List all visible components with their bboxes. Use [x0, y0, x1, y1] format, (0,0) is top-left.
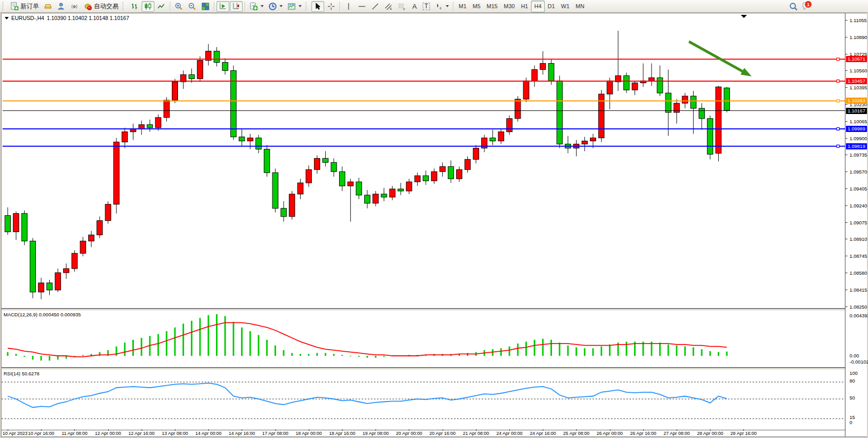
main-toolbar: 新订单 自动交易 [0, 0, 868, 13]
price-tick-label: 1.08910 [850, 236, 867, 242]
macd-axis-label: -0.001021 [850, 359, 868, 365]
signals-button[interactable] [68, 1, 81, 12]
timeframe-button-h1[interactable]: H1 [518, 1, 531, 12]
gold-bar-icon [44, 2, 52, 11]
price-tick-mark [845, 222, 847, 223]
chart-shift-button[interactable] [230, 1, 243, 12]
timeframe-button-h4[interactable]: H4 [531, 1, 544, 12]
rsi-chart[interactable] [2, 370, 845, 429]
date-tick-label: 10 Apr 2023 [3, 431, 28, 436]
price-tick-mark [845, 155, 847, 155]
macd-axis-label: 0.00 [850, 353, 859, 358]
zoom-out-button[interactable] [186, 1, 199, 12]
timeframe-button-m15[interactable]: M15 [484, 1, 501, 12]
toolbar-grip[interactable] [306, 2, 309, 11]
candlestick-chart-button[interactable] [142, 1, 154, 12]
level-price-badge: 1.09819 [846, 143, 867, 149]
text-button[interactable]: A [409, 1, 420, 12]
timeframe-button-d1[interactable]: D1 [545, 1, 558, 12]
timeframe-button-mn[interactable]: MN [573, 1, 587, 12]
notification-badge[interactable]: 1 [804, 1, 812, 8]
date-axis[interactable]: 10 Apr 202310 Apr 16:0011 Apr 08:0012 Ap… [2, 430, 866, 436]
auto-scroll-button[interactable] [216, 1, 229, 12]
templates-button[interactable] [285, 1, 304, 12]
price-tick-mark [845, 37, 847, 37]
crosshair-icon [327, 2, 336, 11]
date-tick-label: 18 Apr 16:00 [329, 431, 355, 436]
price-tick-label: 1.11055 [850, 17, 867, 23]
candlestick-chart[interactable] [2, 13, 845, 308]
rsi-indicator-pane[interactable]: RSI(14) 50.6278 [2, 370, 845, 430]
zoom-in-icon [174, 2, 183, 11]
toolbar-grip[interactable] [123, 2, 126, 11]
zoom-in-button[interactable] [172, 1, 185, 12]
macd-chart[interactable] [2, 311, 845, 367]
arrows-shapes-icon [435, 2, 443, 11]
date-tick-label: 20 Apr 00:00 [396, 431, 422, 436]
auto-trading-button[interactable]: 自动交易 [82, 1, 121, 12]
timeframe-button-w1[interactable]: W1 [558, 1, 573, 12]
price-tick-label: 1.09900 [850, 136, 867, 141]
dropdown-caret [299, 5, 302, 7]
line-chart-button[interactable] [155, 1, 168, 12]
timeframe-toolbar: M1M5M15M30H1H4D1W1MN [456, 1, 587, 12]
date-tick-label: 14 Apr 16:00 [229, 431, 255, 436]
price-axis[interactable]: 1.110551.108901.107251.105601.103951.102… [845, 13, 867, 436]
market-watch-button[interactable] [55, 1, 68, 12]
bar-chart-button[interactable] [128, 1, 141, 12]
toolbar-separator [453, 2, 453, 11]
auto-trading-label: 自动交易 [94, 2, 119, 11]
collapse-triangle-icon[interactable] [5, 17, 9, 20]
equidistant-channel-button[interactable]: E [382, 1, 395, 12]
price-tick-mark [845, 20, 847, 21]
date-tick-label: 25 Apr 08:00 [563, 431, 589, 436]
price-tick-label: 1.09570 [850, 169, 867, 175]
trendline-button[interactable] [369, 1, 382, 12]
tile-windows-button[interactable] [199, 1, 212, 12]
macd-indicator-pane[interactable]: MACD(12,26,9) 0.000450 0.000935 [2, 311, 845, 368]
price-tick-mark [845, 172, 847, 172]
rsi-label: RSI(14) 50.6278 [4, 371, 40, 376]
date-tick-label: 28 Apr 00:00 [697, 431, 723, 436]
chart-window: EURUSD-,H4 1.10390 1.10402 1.10148 1.101… [1, 13, 867, 437]
date-tick-label: 14 Apr 00:00 [195, 431, 222, 436]
date-tick-label: 12 Apr 00:00 [95, 431, 121, 436]
horizontal-line-button[interactable] [356, 1, 368, 12]
cursor-button[interactable] [311, 1, 324, 12]
vertical-line-button[interactable] [342, 1, 355, 12]
price-tick-label: 1.08415 [850, 287, 867, 293]
auto-trading-icon [84, 2, 92, 11]
main-chart-pane[interactable]: EURUSD-,H4 1.10390 1.10402 1.10148 1.101… [2, 13, 845, 309]
chart-symbol-period: EURUSD-,H4 [11, 15, 44, 21]
indicators-button[interactable] [247, 1, 266, 12]
search-icon[interactable] [789, 2, 798, 11]
zoom-out-icon [188, 2, 196, 11]
timeframe-button-m1[interactable]: M1 [456, 1, 469, 12]
dropdown-caret [446, 5, 449, 7]
channel-icon: E [384, 2, 393, 11]
timeframe-button-m5[interactable]: M5 [469, 1, 483, 12]
date-tick-label: 28 Apr 16:00 [731, 431, 757, 436]
rsi-axis-label: 0 [850, 420, 852, 425]
toolbar-grip[interactable] [3, 2, 6, 11]
level-price-badge: 1.09989 [846, 126, 867, 132]
new-order-icon [10, 2, 19, 11]
crosshair-button[interactable] [325, 1, 338, 12]
price-tick-mark [845, 121, 847, 122]
price-tick-mark [845, 54, 847, 54]
price-tick-label: 1.09405 [850, 186, 867, 192]
price-tick-mark [845, 70, 847, 71]
price-tick-mark [845, 87, 847, 88]
new-order-button[interactable]: 新订单 [8, 1, 41, 12]
text-label-button[interactable]: T [421, 1, 432, 12]
fibonacci-button[interactable]: F [396, 1, 408, 12]
periods-button[interactable] [266, 1, 285, 12]
trendline-icon [371, 2, 380, 11]
gold-chart-button[interactable] [42, 1, 54, 12]
price-tick-label: 1.10065 [850, 119, 867, 124]
date-tick-label: 17 Apr 08:00 [262, 431, 288, 436]
timeframe-button-m30[interactable]: M30 [501, 1, 518, 12]
new-order-label: 新订单 [21, 2, 39, 11]
arrows-button[interactable] [432, 1, 451, 12]
price-tick-label: 1.08745 [850, 253, 867, 259]
